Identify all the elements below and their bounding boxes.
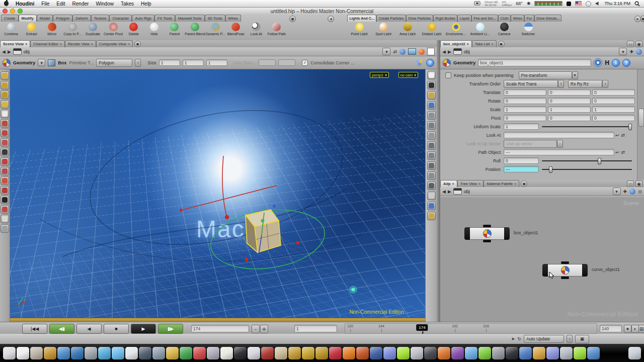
close-tab-icon[interactable]: × — [128, 42, 130, 46]
node-right-flags[interactable] — [504, 227, 510, 240]
memory-status-button[interactable]: ▣ — [575, 335, 589, 343]
dock-app-icon[interactable] — [71, 347, 84, 359]
position-input[interactable]: --- — [504, 166, 539, 172]
menu-item[interactable]: Render — [72, 1, 89, 7]
refresh-icon[interactable]: ↻ — [518, 336, 522, 341]
dock-app-icon[interactable] — [275, 347, 287, 359]
shelf-tool[interactable]: Look At — [246, 22, 267, 40]
shelf-tool[interactable]: Parent Blend — [185, 22, 205, 40]
path-dropdown-button[interactable]: ▾ — [613, 188, 621, 195]
rotate-y-input[interactable]: 0 — [548, 98, 591, 104]
menu-item[interactable]: File — [41, 1, 49, 7]
dock-app-icon[interactable] — [370, 347, 382, 359]
tool-icon-button[interactable] — [1, 100, 9, 109]
dock-app-icon[interactable] — [506, 347, 518, 359]
shelf-tool[interactable]: Parent — [165, 22, 185, 40]
size-z-input[interactable]: 1 — [206, 59, 227, 66]
input-language-flag-icon[interactable] — [575, 1, 582, 6]
display-option-button[interactable] — [427, 131, 436, 140]
find-icon[interactable]: ◎ — [638, 189, 642, 194]
shelf-tool[interactable]: Copy to P... — [62, 22, 83, 40]
uniform-scale-input[interactable]: 1 — [504, 123, 539, 130]
shelf-tab[interactable]: Maxwell Tools — [175, 15, 205, 22]
translate-y-input[interactable]: 0 — [548, 89, 591, 96]
shelf-tool[interactable]: Area Light — [395, 22, 420, 40]
shelf-tab[interactable]: Drive Particles — [406, 15, 433, 22]
transform-order-select[interactable]: Scale Rot Trans — [504, 80, 558, 88]
shelf-tab[interactable]: Model — [37, 15, 53, 22]
shelf-tool[interactable]: Duplicate — [83, 22, 103, 40]
dock-app-icon[interactable] — [30, 347, 43, 359]
shelf-tab[interactable]: Create — [1, 15, 19, 22]
pane-tab[interactable]: box_object2× — [440, 40, 472, 47]
help-icon[interactable]: ? — [426, 59, 434, 67]
dock-app-icon[interactable] — [302, 347, 314, 359]
current-frame-marker[interactable]: 174 — [416, 324, 428, 331]
node-box-object1[interactable]: box_object1 — [464, 227, 510, 240]
auto-update-select[interactable]: Auto Update — [524, 335, 564, 343]
dock-app-icon[interactable] — [17, 347, 29, 359]
dock-app-icon[interactable] — [207, 347, 219, 359]
audio-options-button[interactable]: ● — [624, 325, 631, 333]
tool-icon-button[interactable] — [1, 215, 9, 223]
shelf-tool[interactable]: Environme... — [444, 22, 468, 40]
apple-menu-icon[interactable] — [4, 1, 9, 6]
tool-icon-button[interactable] — [1, 81, 9, 89]
close-tab-icon[interactable]: × — [514, 182, 516, 186]
dock-app-icon[interactable] — [424, 347, 437, 359]
display-option-button[interactable] — [427, 81, 436, 89]
look-at-input[interactable] — [504, 132, 614, 138]
menu-item[interactable]: Takes — [121, 1, 134, 7]
dock-app-icon[interactable] — [587, 347, 600, 359]
primitive-type-spinner[interactable]: ↕ — [135, 59, 141, 67]
dock-app-icon[interactable] — [166, 347, 179, 359]
network-editor[interactable]: Scene box_object1 curve_object1 Non-Comm… — [440, 197, 644, 322]
shelf-tool[interactable]: Delete — [123, 22, 144, 40]
timeline-ruler[interactable]: 120144192216 174 — [345, 323, 597, 334]
shelf-tab[interactable]: Drive Simula... — [534, 15, 562, 22]
scale-y-input[interactable]: 1 — [548, 106, 591, 113]
node-body[interactable] — [470, 227, 504, 240]
dock-app-icon[interactable] — [152, 347, 165, 359]
tool-icon-button[interactable] — [1, 186, 9, 195]
roll-input[interactable]: 0 — [504, 157, 539, 164]
op-select-icon[interactable]: ⇄ — [621, 150, 625, 155]
frame-decrement-button[interactable]: − — [252, 325, 260, 333]
close-tab-icon[interactable]: × — [60, 42, 62, 46]
path-text[interactable]: obj — [464, 49, 470, 54]
viewport-nocam-select[interactable]: no cam▾ — [398, 72, 418, 78]
dock-app-icon[interactable] — [411, 347, 423, 359]
close-tab-icon[interactable]: × — [452, 182, 454, 186]
shelf-tool[interactable]: Distant Light — [420, 22, 444, 40]
node-left-flags[interactable] — [542, 264, 548, 277]
shelf-tab[interactable]: Create Particles — [376, 15, 406, 22]
translate-x-input[interactable]: 0 — [504, 89, 546, 96]
tool-options-icon[interactable] — [415, 59, 423, 66]
viewport-camera-select[interactable]: persp1▾ — [370, 72, 389, 78]
current-frame-input[interactable]: 174 — [191, 325, 249, 332]
step-back-button[interactable]: ◀ — [76, 324, 102, 334]
transform-order-spinner[interactable]: ↕ — [558, 80, 564, 88]
menu-item[interactable]: Help — [141, 1, 151, 7]
path-text[interactable]: obj — [464, 189, 470, 194]
dock-app-icon[interactable] — [478, 347, 491, 359]
range-start-input[interactable]: 1 — [294, 325, 337, 332]
loop-mode-button[interactable]: ◐ — [631, 325, 639, 333]
dock-app-icon[interactable] — [220, 347, 233, 359]
playbar-options-button[interactable]: ▤ — [638, 325, 644, 333]
shelf-tab[interactable]: Wires — [225, 15, 241, 22]
go-end-button[interactable]: ▮▶ — [158, 324, 183, 334]
close-tab-icon[interactable]: × — [491, 42, 493, 46]
size-y-input[interactable]: 1 — [183, 59, 204, 66]
pane-tab[interactable]: Tree View× — [457, 180, 484, 187]
cursor-mode-icon[interactable]: ➤ — [511, 336, 515, 341]
new-pane-tab-button[interactable]: ◉ — [498, 41, 505, 47]
dock-app-icon[interactable] — [533, 347, 545, 359]
nav-back-icon[interactable]: ◀ — [2, 49, 6, 54]
display-status-icon[interactable] — [474, 1, 480, 6]
display-option-button[interactable] — [427, 121, 436, 130]
info-icon[interactable]: i — [612, 59, 620, 67]
shelf-tab[interactable]: Fire and Sm... — [471, 15, 498, 22]
shelf-tool[interactable]: Camera — [492, 22, 516, 40]
hip-icon[interactable] — [399, 49, 406, 55]
